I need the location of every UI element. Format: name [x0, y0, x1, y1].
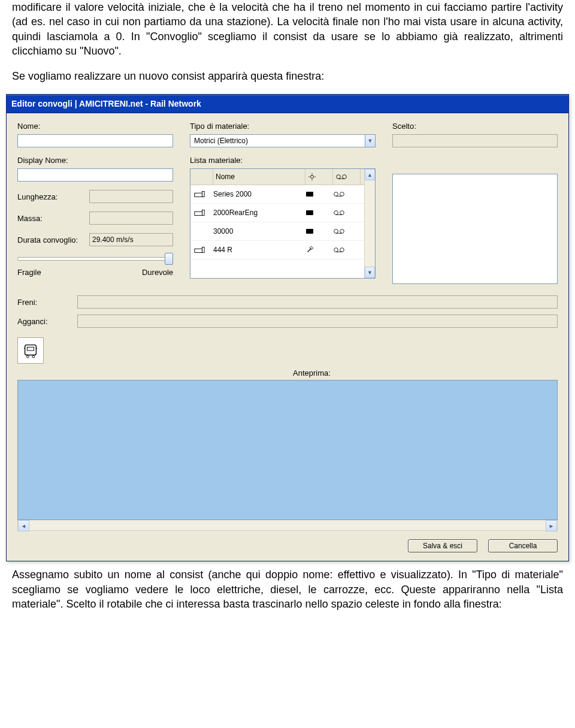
- svg-rect-16: [195, 212, 202, 216]
- scroll-right-icon[interactable]: ►: [546, 520, 557, 531]
- svg-point-30: [334, 248, 338, 252]
- cancel-button[interactable]: Cancella: [488, 539, 558, 552]
- lunghezza-label: Lunghezza:: [17, 192, 89, 201]
- list-item[interactable]: Series 2000: [190, 185, 364, 204]
- slider-max-label: Durevole: [142, 268, 173, 277]
- svg-rect-22: [306, 229, 313, 234]
- tipo-dropdown[interactable]: Motrici (Elettrico) ▼: [190, 134, 376, 147]
- list-item-name: 2000RearEng: [213, 209, 305, 217]
- material-list[interactable]: Nome Series 2000: [190, 168, 376, 279]
- massa-value: [89, 212, 173, 225]
- display-nome-label: Display Nome:: [17, 156, 173, 165]
- svg-point-20: [340, 211, 344, 215]
- selected-list[interactable]: [392, 174, 558, 284]
- save-exit-button[interactable]: Salva & esci: [408, 539, 477, 552]
- chevron-down-icon: ▼: [365, 135, 375, 147]
- svg-point-24: [340, 229, 344, 234]
- sun-icon: [305, 169, 333, 185]
- svg-rect-26: [195, 249, 202, 253]
- intro-paragraph-2: Se vogliamo realizzare un nuovo consist …: [12, 69, 563, 83]
- lista-label: Lista materiale:: [190, 156, 376, 165]
- anteprima-label: Anteprima:: [293, 368, 558, 377]
- tipo-label: Tipo di materiale:: [190, 122, 376, 131]
- slider-track: [17, 257, 173, 261]
- tape-icon: [333, 169, 361, 185]
- engine-icon: [194, 209, 213, 217]
- train-front-icon[interactable]: [17, 337, 44, 364]
- svg-rect-18: [306, 210, 313, 215]
- list-item-name: 444 R: [213, 246, 305, 254]
- freni-label: Freni:: [17, 298, 77, 307]
- window-title: Editor convogli | AMICITRENI.net - Rail …: [11, 99, 201, 108]
- preview-hscroll[interactable]: ◄ ►: [17, 520, 558, 531]
- engine-icon: [194, 190, 213, 198]
- tipo-selected: Motrici (Elettrico): [194, 137, 248, 145]
- massa-label: Massa:: [17, 214, 89, 223]
- scelto-label: Scelto:: [392, 122, 558, 131]
- svg-point-14: [340, 192, 344, 197]
- slider-min-label: Fragile: [17, 268, 41, 277]
- list-item-name: Series 2000: [213, 190, 305, 198]
- intro-paragraph-1: modificare il valore velocità iniziale, …: [12, 0, 563, 58]
- freni-value: [77, 295, 558, 309]
- tape-icon: [333, 247, 361, 253]
- svg-rect-9: [202, 192, 205, 197]
- chip-icon: [305, 191, 333, 197]
- agganci-label: Agganci:: [17, 317, 77, 326]
- svg-point-19: [334, 211, 338, 215]
- hammer-icon: [305, 246, 333, 253]
- svg-point-35: [26, 356, 29, 358]
- tape-icon: [333, 191, 361, 197]
- scelto-value: [392, 134, 558, 147]
- scroll-up-icon[interactable]: ▲: [365, 169, 375, 180]
- window-titlebar[interactable]: Editor convogli | AMICITRENI.net - Rail …: [7, 95, 568, 113]
- nome-input[interactable]: [17, 134, 173, 147]
- lunghezza-value: [89, 190, 173, 203]
- engine-icon: [194, 246, 213, 254]
- durata-label: Durata convoglio:: [17, 235, 89, 244]
- col-nome[interactable]: Nome: [213, 169, 305, 185]
- preview-area[interactable]: [17, 380, 558, 520]
- outro-paragraph: Assegnamo subito un nome al consist (anc…: [12, 567, 563, 611]
- svg-point-13: [334, 192, 338, 197]
- scroll-down-icon[interactable]: ▼: [365, 267, 375, 278]
- svg-point-6: [343, 175, 347, 179]
- list-item-name: 30000: [213, 227, 305, 235]
- svg-point-23: [334, 229, 338, 234]
- svg-rect-8: [195, 194, 202, 197]
- list-scrollbar[interactable]: ▲ ▼: [364, 169, 375, 278]
- agganci-value: [77, 315, 558, 328]
- svg-rect-34: [27, 348, 34, 351]
- durability-slider[interactable]: [17, 252, 173, 264]
- display-nome-input[interactable]: [17, 168, 173, 182]
- svg-point-36: [32, 356, 35, 358]
- svg-point-5: [337, 175, 341, 179]
- tape-icon: [333, 228, 361, 234]
- chip-icon: [305, 210, 333, 216]
- svg-rect-12: [306, 192, 313, 197]
- nome-label: Nome:: [17, 122, 173, 131]
- scroll-left-icon[interactable]: ◄: [18, 520, 29, 531]
- chip-icon: [305, 228, 333, 234]
- svg-point-31: [340, 248, 344, 252]
- svg-rect-27: [202, 247, 205, 253]
- svg-rect-17: [202, 210, 205, 216]
- list-item[interactable]: 444 R: [190, 241, 364, 259]
- list-item[interactable]: 30000: [190, 222, 364, 241]
- list-item[interactable]: 2000RearEng: [190, 204, 364, 222]
- durata-value: [89, 233, 173, 246]
- svg-point-0: [310, 176, 313, 179]
- tape-icon: [333, 210, 361, 216]
- svg-rect-33: [25, 345, 37, 355]
- consist-editor-window: Editor convogli | AMICITRENI.net - Rail …: [6, 94, 569, 561]
- list-header: Nome: [190, 169, 364, 185]
- slider-thumb[interactable]: [165, 253, 173, 265]
